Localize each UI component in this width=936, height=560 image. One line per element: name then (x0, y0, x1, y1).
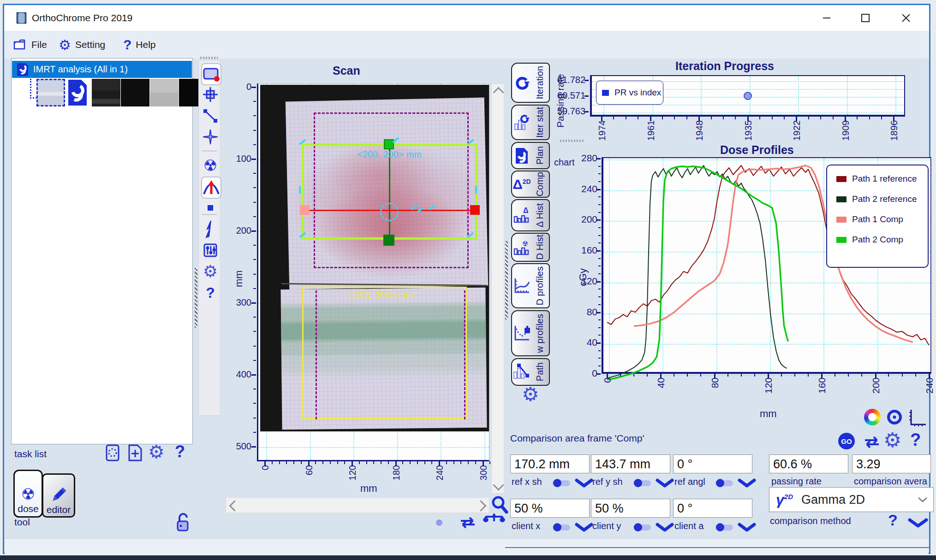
gear-icon: ⚙ (59, 37, 71, 53)
slider-knob[interactable] (553, 523, 561, 531)
comparison-field-ref-x-sh[interactable] (510, 454, 590, 473)
side-tab-comp[interactable]: Δ2DComp (511, 171, 550, 198)
maximize-button[interactable] (853, 8, 878, 28)
field-chevron-icon[interactable] (656, 523, 674, 533)
method-help-icon[interactable]: ? (888, 511, 898, 529)
tool-tab-dose[interactable]: ☢ dose (13, 470, 43, 518)
slider-knob[interactable] (553, 479, 561, 487)
side-tab-plan[interactable]: Plan (511, 142, 550, 169)
menu-file[interactable]: File (13, 35, 47, 54)
field-chevron-icon[interactable] (738, 523, 756, 533)
handle-bottom-green[interactable] (383, 235, 394, 246)
minimize-button[interactable] (814, 8, 839, 28)
comparison-average-field[interactable] (852, 454, 931, 473)
scan-tick (395, 461, 397, 466)
method-chevron-icon[interactable] (907, 518, 929, 529)
toolbar-settings-tool[interactable]: ⚙ (201, 261, 220, 282)
field-chevron-icon[interactable] (575, 478, 593, 489)
panel-splitter[interactable] (195, 268, 197, 328)
menu-setting[interactable]: ⚙ Setting (59, 35, 105, 54)
thumbnail-plan-document[interactable] (66, 79, 89, 106)
scan-vertical-scrollbar[interactable] (491, 83, 504, 494)
iter-tick (893, 117, 894, 121)
tool-tab-editor[interactable]: editor (42, 473, 75, 518)
field-slider[interactable] (715, 480, 733, 486)
comparison-field-ref-angl[interactable] (673, 454, 752, 473)
rerun-loop-icon[interactable] (860, 435, 883, 451)
tabs-settings-gear-icon[interactable]: ⚙ (522, 383, 539, 406)
thumbnail-film-dark[interactable] (92, 79, 120, 106)
toolbar-rect-select-tool[interactable] (201, 63, 221, 85)
task-row-selected[interactable]: IMRT analysis (All in 1) (12, 61, 192, 78)
thumbnail-film-scan-light[interactable] (36, 79, 65, 106)
scroll-left-arrow[interactable] (229, 500, 240, 511)
refresh-loop-icon[interactable] (456, 515, 479, 532)
toolbar-marker-tool[interactable] (201, 198, 220, 218)
toolbar-line-tool[interactable] (201, 106, 220, 126)
field-slider[interactable] (715, 525, 733, 531)
scroll-up-arrow[interactable] (493, 87, 504, 98)
iter-minor-tick (869, 117, 870, 119)
toolbar-profile-tool[interactable] (201, 177, 221, 199)
toolbar-help-tool[interactable]: ? (201, 283, 220, 303)
thumbnail-film-gray[interactable] (150, 79, 179, 106)
side-tab-w-profiles[interactable]: w profiles (511, 310, 550, 356)
handle-left-pink[interactable] (300, 205, 310, 215)
handle-top-green[interactable] (384, 139, 394, 149)
add-document-button[interactable] (127, 444, 143, 464)
scan-horizontal-scrollbar[interactable] (226, 497, 489, 513)
center-marker-cyan[interactable] (380, 203, 399, 221)
passing-rate-field[interactable] (769, 454, 848, 473)
toolbar-dose-tool[interactable]: ☢ (201, 155, 220, 176)
dose-panel-grip[interactable] (560, 140, 584, 142)
target-dot-icon[interactable] (886, 409, 903, 425)
comparison-settings-gear-icon[interactable]: ⚙ (883, 428, 901, 452)
comparison-field-client-a[interactable] (673, 499, 752, 518)
slider-knob[interactable] (634, 523, 642, 531)
side-tab--hist[interactable]: ΔΔ Hist (511, 199, 550, 231)
handle-right-red[interactable] (470, 205, 480, 215)
side-tab-iter-stat[interactable]: Iter stat (511, 105, 550, 140)
slider-knob[interactable] (716, 479, 724, 487)
task-settings-gear-icon[interactable]: ⚙ (148, 441, 165, 462)
toolbar-crosshair-tool[interactable] (201, 84, 220, 105)
balance-scale-icon[interactable] (482, 512, 506, 534)
slider-knob[interactable] (716, 523, 724, 531)
tool-strip-grip[interactable] (200, 57, 218, 59)
close-button[interactable] (894, 8, 918, 28)
scroll-down-arrow[interactable] (493, 479, 504, 490)
unlock-icon[interactable] (175, 512, 191, 534)
field-chevron-icon[interactable] (656, 478, 674, 489)
comparison-method-dropdown[interactable]: γ2D Gamma 2D (769, 487, 934, 512)
slider-knob[interactable] (634, 479, 642, 487)
scroll-right-arrow[interactable] (475, 500, 486, 511)
right-panel-splitter[interactable] (505, 241, 508, 319)
thumbnail-film-black[interactable] (121, 79, 149, 106)
field-slider[interactable] (553, 525, 570, 531)
comparison-field-ref-y-sh[interactable] (591, 454, 670, 473)
color-wheel-icon[interactable] (864, 409, 881, 425)
menu-help[interactable]: ? Help (123, 35, 156, 54)
task-help-icon[interactable]: ? (175, 442, 185, 461)
go-button[interactable]: GO (838, 433, 855, 449)
comparison-field-client-x[interactable] (510, 499, 590, 518)
field-slider[interactable] (553, 480, 570, 486)
pencil-icon (49, 486, 68, 504)
field-slider[interactable] (633, 525, 651, 531)
field-slider[interactable] (633, 480, 651, 486)
toolbar-flash-tool[interactable] (201, 219, 220, 239)
side-tab-d-hist[interactable]: ☢D Hist (511, 233, 550, 262)
second-frame-outline[interactable] (302, 287, 467, 419)
comparison-field-client-y[interactable] (591, 499, 670, 518)
side-tab-path[interactable]: Path (511, 358, 550, 386)
axes-corner-icon-2[interactable] (907, 408, 928, 430)
side-tab-iteration[interactable]: Iteration (511, 63, 550, 103)
field-chevron-icon[interactable] (738, 478, 756, 489)
comparison-help-icon[interactable]: ? (910, 430, 921, 450)
field-chevron-icon[interactable] (575, 523, 593, 533)
toolbar-adjust-tool[interactable] (201, 240, 220, 260)
toolbar-point-tool[interactable] (201, 127, 220, 147)
scan-plot[interactable]: <200, 200> mm <200, 200> mm (257, 83, 489, 461)
side-tab-d-profiles[interactable]: D profiles (511, 263, 550, 308)
select-document-button[interactable] (105, 444, 121, 464)
